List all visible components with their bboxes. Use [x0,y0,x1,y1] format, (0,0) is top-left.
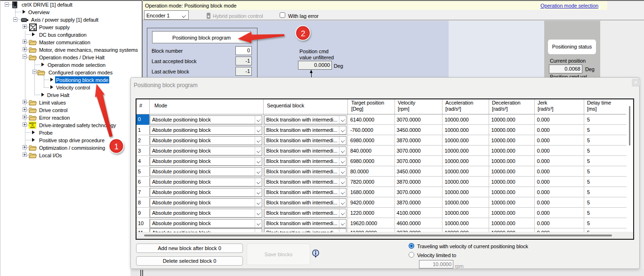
svg-text:2: 2 [301,29,305,38]
svg-text:1: 1 [114,142,118,151]
